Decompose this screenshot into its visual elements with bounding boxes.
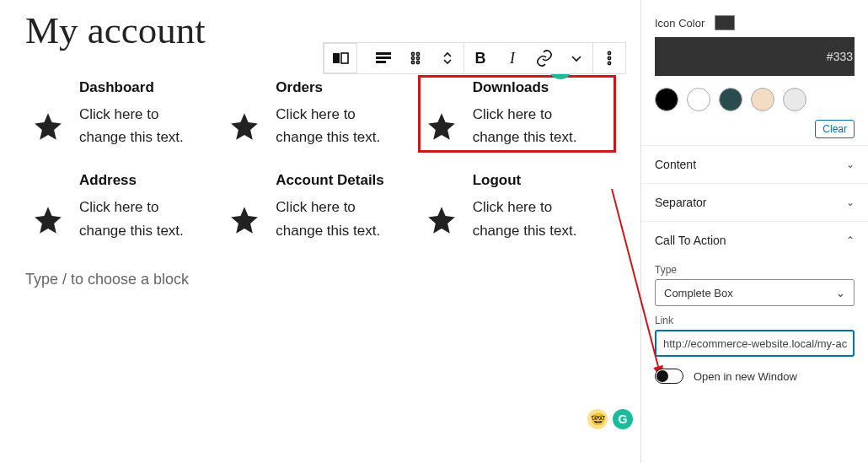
infobox-desc[interactable]: Click here to change this text. bbox=[473, 103, 599, 148]
drag-handle-icon[interactable] bbox=[399, 43, 431, 73]
infobox-desc[interactable]: Click here to change this text. bbox=[79, 103, 206, 148]
chevron-down-icon: ⌄ bbox=[846, 159, 855, 170]
svg-rect-2 bbox=[376, 52, 391, 55]
star-icon bbox=[228, 204, 260, 236]
svg-rect-4 bbox=[376, 61, 386, 63]
settings-sidebar: Icon Color #333 Clear Content ⌄ Separato… bbox=[640, 0, 868, 463]
infobox-title[interactable]: Logout bbox=[473, 172, 599, 189]
more-options-icon[interactable] bbox=[593, 43, 625, 73]
panel-content-label: Content bbox=[655, 158, 696, 171]
svg-point-7 bbox=[411, 57, 414, 59]
infobox[interactable]: AddressClick here to change this text. bbox=[25, 169, 222, 245]
infobox-grid: DashboardClick here to change this text.… bbox=[25, 76, 615, 245]
type-select-value: Complete Box bbox=[664, 287, 733, 299]
infobox-title[interactable]: Address bbox=[79, 172, 206, 189]
type-select[interactable]: Complete Box ⌄ bbox=[655, 279, 855, 306]
grammarly-icon[interactable]: G bbox=[613, 409, 633, 429]
floating-badges: 🤓 G bbox=[587, 409, 633, 429]
star-icon bbox=[32, 110, 64, 143]
star-icon bbox=[228, 110, 260, 143]
panel-separator[interactable]: Separator ⌄ bbox=[641, 183, 868, 221]
panel-cta[interactable]: Call To Action ⌃ bbox=[641, 221, 868, 259]
infobox-title[interactable]: Downloads bbox=[473, 79, 599, 96]
emoji-badge-icon[interactable]: 🤓 bbox=[587, 409, 608, 429]
block-toolbar: B I bbox=[323, 42, 626, 74]
svg-point-13 bbox=[608, 62, 610, 64]
panel-cta-label: Call To Action bbox=[655, 234, 726, 247]
infobox-desc[interactable]: Click here to change this text. bbox=[473, 196, 599, 241]
star-icon bbox=[32, 204, 64, 236]
bold-button[interactable]: B bbox=[464, 43, 496, 73]
svg-point-6 bbox=[416, 52, 419, 55]
infobox[interactable]: DownloadsClick here to change this text. bbox=[419, 76, 615, 152]
svg-rect-0 bbox=[333, 53, 340, 63]
color-swatch[interactable] bbox=[687, 88, 710, 111]
italic-button[interactable]: I bbox=[496, 43, 528, 73]
star-icon bbox=[426, 204, 458, 236]
clear-button[interactable]: Clear bbox=[815, 120, 855, 138]
infobox[interactable]: OrdersClick here to change this text. bbox=[222, 76, 418, 152]
block-appender[interactable]: Type / to choose a block bbox=[25, 271, 615, 288]
icon-color-label: Icon Color bbox=[655, 17, 705, 30]
star-icon bbox=[426, 110, 458, 143]
move-updown-icon[interactable] bbox=[431, 43, 463, 73]
infobox[interactable]: DashboardClick here to change this text. bbox=[25, 76, 222, 152]
svg-point-8 bbox=[416, 57, 419, 59]
color-swatch[interactable] bbox=[751, 88, 774, 111]
hex-color-input[interactable]: #333 bbox=[655, 37, 855, 76]
infobox-title[interactable]: Orders bbox=[276, 79, 402, 96]
chevron-down-icon[interactable] bbox=[560, 43, 592, 73]
color-swatch[interactable] bbox=[719, 88, 742, 111]
infobox-title[interactable]: Dashboard bbox=[79, 79, 206, 96]
infobox-desc[interactable]: Click here to change this text. bbox=[79, 196, 206, 241]
svg-point-10 bbox=[416, 61, 419, 63]
svg-point-11 bbox=[608, 51, 610, 54]
svg-rect-3 bbox=[376, 57, 391, 59]
icon-color-swatch[interactable] bbox=[715, 15, 735, 30]
color-swatches bbox=[655, 88, 855, 111]
type-label: Type bbox=[641, 264, 868, 276]
chevron-up-icon: ⌃ bbox=[846, 234, 855, 246]
svg-point-9 bbox=[411, 61, 414, 63]
svg-point-5 bbox=[411, 52, 414, 55]
infobox-title[interactable]: Account Details bbox=[276, 172, 402, 189]
infobox[interactable]: Account DetailsClick here to change this… bbox=[222, 169, 418, 245]
open-new-window-label: Open in new Window bbox=[694, 370, 797, 383]
color-swatch[interactable] bbox=[655, 88, 678, 111]
infobox-desc[interactable]: Click here to change this text. bbox=[276, 103, 402, 148]
chevron-down-icon: ⌄ bbox=[836, 287, 845, 299]
svg-point-12 bbox=[608, 57, 610, 59]
infobox-desc[interactable]: Click here to change this text. bbox=[276, 196, 402, 241]
infobox-block-icon[interactable] bbox=[367, 43, 399, 73]
panel-content[interactable]: Content ⌄ bbox=[641, 145, 868, 183]
svg-rect-1 bbox=[341, 53, 348, 63]
link-button[interactable] bbox=[528, 43, 560, 73]
link-input[interactable]: http://ecommerce-website.local/my-ac bbox=[655, 330, 855, 357]
row-block-icon[interactable] bbox=[324, 43, 356, 73]
chevron-down-icon: ⌄ bbox=[846, 197, 855, 208]
open-new-window-toggle[interactable] bbox=[655, 369, 683, 384]
infobox[interactable]: LogoutClick here to change this text. bbox=[419, 169, 615, 245]
color-swatch[interactable] bbox=[783, 88, 806, 111]
panel-separator-label: Separator bbox=[655, 196, 706, 209]
link-label: Link bbox=[641, 315, 868, 326]
